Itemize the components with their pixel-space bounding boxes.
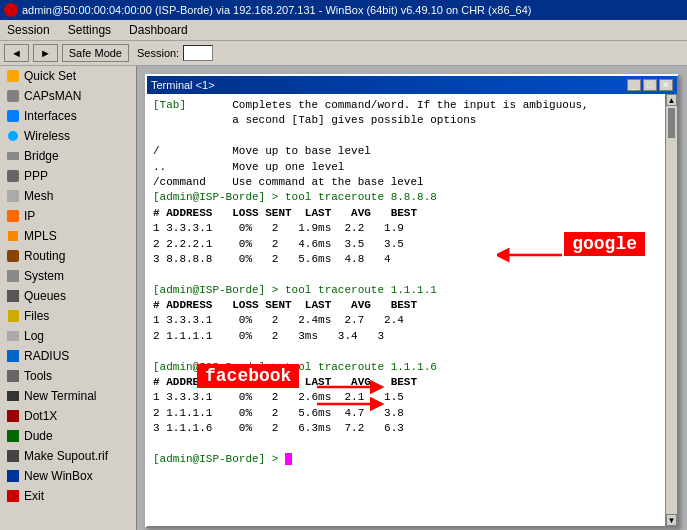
sidebar-label-capsman: CAPsMAN	[24, 89, 81, 103]
sidebar-label-new-winbox: New WinBox	[24, 469, 93, 483]
interfaces-icon	[6, 109, 20, 123]
terminal-line	[153, 129, 659, 144]
back-button[interactable]: ◄	[4, 44, 29, 62]
terminal-line	[153, 344, 659, 359]
sidebar-label-log: Log	[24, 329, 44, 343]
terminal-line	[153, 267, 659, 282]
terminal-line: [admin@ISP-Borde] > tool traceroute 8.8.…	[153, 190, 659, 205]
sidebar-label-dude: Dude	[24, 429, 53, 443]
forward-button[interactable]: ►	[33, 44, 58, 62]
sidebar-item-capsman[interactable]: CAPsMAN	[0, 86, 136, 106]
sidebar-label-dot1x: Dot1X	[24, 409, 57, 423]
sidebar-item-wireless[interactable]: Wireless	[0, 126, 136, 146]
forward-arrow-icon: ►	[40, 47, 51, 59]
terminal-line	[153, 437, 659, 452]
terminal-line: [admin@ISP-Borde] >	[153, 452, 659, 467]
menu-dashboard[interactable]: Dashboard	[126, 22, 191, 38]
terminal-line: .. Move up one level	[153, 160, 659, 175]
scrollbar-up[interactable]: ▲	[666, 94, 677, 106]
terminal-close-button[interactable]: ✕	[659, 79, 673, 91]
terminal-maximize-button[interactable]: □	[643, 79, 657, 91]
menu-settings[interactable]: Settings	[65, 22, 114, 38]
ip-icon	[6, 209, 20, 223]
session-input[interactable]	[183, 45, 213, 61]
terminal-line: 1 3.3.3.1 0% 2 2.4ms 2.7 2.4	[153, 313, 659, 328]
menu-session[interactable]: Session	[4, 22, 53, 38]
sidebar-label-bridge: Bridge	[24, 149, 59, 163]
sidebar-item-dude[interactable]: Dude	[0, 426, 136, 446]
sidebar-label-new-terminal: New Terminal	[24, 389, 96, 403]
sidebar-item-radius[interactable]: RADIUS	[0, 346, 136, 366]
safe-mode-button[interactable]: Safe Mode	[62, 44, 129, 62]
sidebar-label-mesh: Mesh	[24, 189, 53, 203]
tools-icon	[6, 369, 20, 383]
content-area: Terminal <1> _ □ ✕ [Tab] Completes the c…	[137, 66, 687, 530]
terminal-line: / Move up to base level	[153, 144, 659, 159]
menu-bar: Session Settings Dashboard	[0, 20, 687, 41]
scrollbar-thumb[interactable]	[668, 108, 675, 138]
sidebar-label-exit: Exit	[24, 489, 44, 503]
terminal-line: [admin@ISP-Borde] > tool traceroute 1.1.…	[153, 283, 659, 298]
dot1x-icon	[6, 409, 20, 423]
sidebar-item-tools[interactable]: Tools	[0, 366, 136, 386]
app-icon	[4, 3, 18, 17]
sidebar: Quick SetCAPsMANInterfacesWirelessBridge…	[0, 66, 137, 530]
sidebar-label-routing: Routing	[24, 249, 65, 263]
sidebar-item-log[interactable]: Log	[0, 326, 136, 346]
sidebar-item-exit[interactable]: Exit	[0, 486, 136, 506]
arrow-fb2-svg	[317, 394, 387, 414]
sidebar-item-interfaces[interactable]: Interfaces	[0, 106, 136, 126]
terminal-line: 2 1.1.1.1 0% 2 3ms 3.4 3	[153, 329, 659, 344]
terminal-line: # ADDRESS LOSS SENT LAST AVG BEST	[153, 298, 659, 313]
sidebar-item-make-supout[interactable]: Make Supout.rif	[0, 446, 136, 466]
terminal-minimize-button[interactable]: _	[627, 79, 641, 91]
scrollbar-track	[666, 106, 677, 514]
sidebar-item-new-winbox[interactable]: New WinBox	[0, 466, 136, 486]
sidebar-label-mpls: MPLS	[24, 229, 57, 243]
terminal-line: [Tab] Completes the command/word. If the…	[153, 98, 659, 113]
files-icon	[6, 309, 20, 323]
sidebar-item-mpls[interactable]: MPLS	[0, 226, 136, 246]
sidebar-item-mesh[interactable]: Mesh	[0, 186, 136, 206]
sidebar-item-dot1x[interactable]: Dot1X	[0, 406, 136, 426]
sidebar-item-new-terminal[interactable]: New Terminal	[0, 386, 136, 406]
sidebar-item-ppp[interactable]: PPP	[0, 166, 136, 186]
terminal-body: [Tab] Completes the command/word. If the…	[147, 94, 677, 526]
sidebar-label-files: Files	[24, 309, 49, 323]
wireless-icon	[6, 129, 20, 143]
sidebar-item-bridge[interactable]: Bridge	[0, 146, 136, 166]
annotation-facebook: facebook	[197, 364, 299, 388]
sidebar-label-interfaces: Interfaces	[24, 109, 77, 123]
bridge-icon	[6, 149, 20, 163]
terminal-line: 3 1.1.1.6 0% 2 6.3ms 7.2 6.3	[153, 421, 659, 436]
terminal-line: 1 3.3.3.1 0% 2 2.6ms 2.1 1.5	[153, 390, 659, 405]
newwinbox-icon	[6, 469, 20, 483]
sidebar-item-queues[interactable]: Queues	[0, 286, 136, 306]
log-icon	[6, 329, 20, 343]
sidebar-item-ip[interactable]: IP	[0, 206, 136, 226]
session-label: Session:	[137, 47, 179, 59]
sidebar-label-tools: Tools	[24, 369, 52, 383]
routing-icon	[6, 249, 20, 263]
sidebar-item-routing[interactable]: Routing	[0, 246, 136, 266]
sidebar-item-files[interactable]: Files	[0, 306, 136, 326]
mpls-icon	[6, 229, 20, 243]
sidebar-label-radius: RADIUS	[24, 349, 69, 363]
terminal-line: # ADDRESS LOSS SENT LAST AVG BEST	[153, 206, 659, 221]
terminal-scrollbar[interactable]: ▲ ▼	[665, 94, 677, 526]
terminal-content[interactable]: [Tab] Completes the command/word. If the…	[147, 94, 665, 526]
sidebar-label-queues: Queues	[24, 289, 66, 303]
sidebar-item-quick-set[interactable]: Quick Set	[0, 66, 136, 86]
terminal-titlebar: Terminal <1> _ □ ✕	[147, 76, 677, 94]
sidebar-label-ip: IP	[24, 209, 35, 223]
arrow-google-svg	[497, 245, 567, 265]
quickset-icon	[6, 69, 20, 83]
sidebar-label-ppp: PPP	[24, 169, 48, 183]
sidebar-item-system[interactable]: System	[0, 266, 136, 286]
sidebar-label-system: System	[24, 269, 64, 283]
mesh-icon	[6, 189, 20, 203]
title-text: admin@50:00:00:04:00:00 (ISP-Borde) via …	[22, 4, 532, 16]
title-bar: admin@50:00:00:04:00:00 (ISP-Borde) via …	[0, 0, 687, 20]
scrollbar-down[interactable]: ▼	[666, 514, 677, 526]
ppp-icon	[6, 169, 20, 183]
